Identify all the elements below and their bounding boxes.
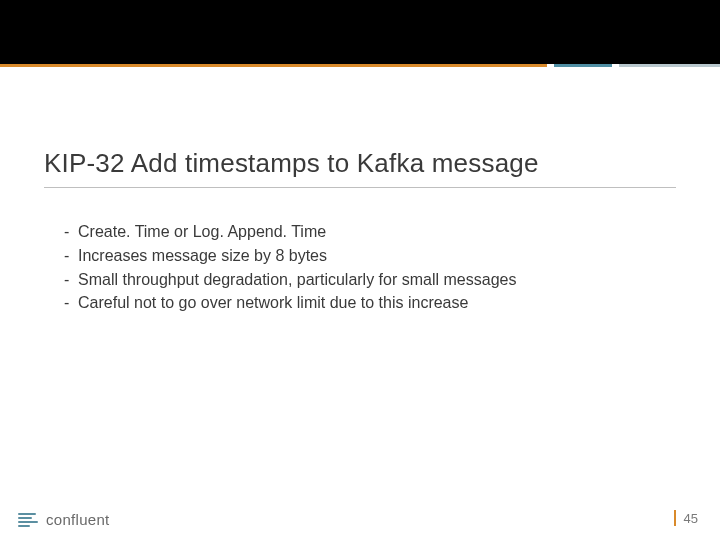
bullet-row: - Careful not to go over network limit d… [64,293,660,314]
bullet-text: Increases message size by 8 bytes [78,246,660,267]
slide-body: - Create. Time or Log. Append. Time - In… [64,222,660,317]
bullet-dash-icon: - [64,293,78,314]
header-accent-rule [0,64,720,67]
bullet-dash-icon: - [64,222,78,243]
bullet-row: - Create. Time or Log. Append. Time [64,222,660,243]
slide: KIP-32 Add timestamps to Kafka message -… [0,0,720,540]
footer: confluent 45 [0,500,720,528]
bullet-text: Create. Time or Log. Append. Time [78,222,660,243]
title-container: KIP-32 Add timestamps to Kafka message [44,148,676,188]
bullet-dash-icon: - [64,270,78,291]
brand-logo: confluent [18,511,110,528]
header-black-bar [0,0,720,64]
brand-name: confluent [46,511,110,528]
brand-mark-icon [18,512,40,528]
bullet-dash-icon: - [64,246,78,267]
page-accent-bar-icon [674,510,676,526]
bullet-text: Small throughput degradation, particular… [78,270,660,291]
bullet-text: Careful not to go over network limit due… [78,293,660,314]
bullet-row: - Increases message size by 8 bytes [64,246,660,267]
slide-title: KIP-32 Add timestamps to Kafka message [44,148,676,179]
page-number: 45 [684,511,698,526]
page-indicator: 45 [674,510,698,526]
bullet-row: - Small throughput degradation, particul… [64,270,660,291]
